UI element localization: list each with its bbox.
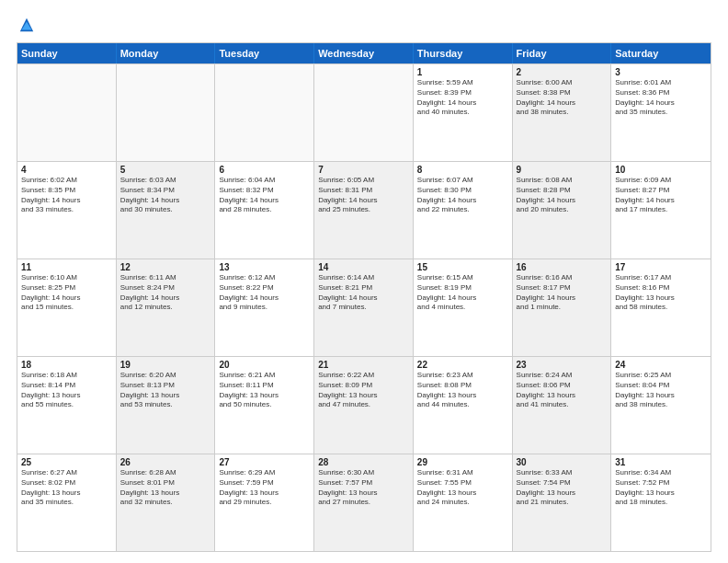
day-number: 1 [417, 67, 508, 77]
calendar-cell [17, 64, 117, 161]
cell-text: Sunrise: 6:21 AM Sunset: 8:11 PM Dayligh… [219, 371, 310, 410]
day-number: 14 [318, 262, 409, 272]
calendar-cell: 5Sunrise: 6:03 AM Sunset: 8:34 PM Daylig… [117, 162, 216, 259]
calendar-body: 1Sunrise: 5:59 AM Sunset: 8:39 PM Daylig… [17, 63, 711, 551]
calendar-cell: 22Sunrise: 6:23 AM Sunset: 8:08 PM Dayli… [414, 357, 513, 454]
cell-text: Sunrise: 6:28 AM Sunset: 8:01 PM Dayligh… [120, 468, 211, 508]
cell-text: Sunrise: 6:29 AM Sunset: 7:59 PM Dayligh… [219, 468, 310, 508]
calendar-cell: 4Sunrise: 6:02 AM Sunset: 8:35 PM Daylig… [17, 162, 117, 259]
day-number: 16 [517, 262, 608, 272]
calendar-cell: 21Sunrise: 6:22 AM Sunset: 8:09 PM Dayli… [314, 357, 414, 454]
day-number: 15 [417, 262, 508, 272]
calendar-cell: 16Sunrise: 6:16 AM Sunset: 8:17 PM Dayli… [513, 259, 612, 356]
calendar-cell [117, 64, 216, 161]
calendar-header-cell: Monday [117, 43, 216, 63]
calendar-row: 25Sunrise: 6:27 AM Sunset: 8:02 PM Dayli… [17, 454, 711, 551]
cell-text: Sunrise: 6:04 AM Sunset: 8:32 PM Dayligh… [219, 176, 310, 215]
calendar-cell: 15Sunrise: 6:15 AM Sunset: 8:19 PM Dayli… [414, 259, 513, 356]
calendar-header: SundayMondayTuesdayWednesdayThursdayFrid… [17, 43, 711, 63]
calendar-cell: 3Sunrise: 6:01 AM Sunset: 8:36 PM Daylig… [611, 64, 711, 161]
calendar-cell: 8Sunrise: 6:07 AM Sunset: 8:30 PM Daylig… [414, 162, 513, 259]
calendar-header-cell: Tuesday [215, 43, 314, 63]
day-number: 23 [517, 360, 608, 370]
day-number: 6 [219, 165, 310, 175]
calendar-cell: 19Sunrise: 6:20 AM Sunset: 8:13 PM Dayli… [117, 357, 216, 454]
cell-text: Sunrise: 6:18 AM Sunset: 8:14 PM Dayligh… [21, 371, 112, 410]
cell-text: Sunrise: 6:27 AM Sunset: 8:02 PM Dayligh… [21, 468, 112, 508]
day-number: 26 [120, 457, 211, 467]
day-number: 12 [120, 262, 211, 272]
logo [17, 17, 35, 33]
day-number: 2 [517, 67, 608, 77]
day-number: 17 [615, 262, 707, 272]
calendar-cell: 20Sunrise: 6:21 AM Sunset: 8:11 PM Dayli… [215, 357, 314, 454]
cell-text: Sunrise: 6:34 AM Sunset: 7:52 PM Dayligh… [615, 468, 707, 508]
day-number: 30 [517, 457, 608, 467]
day-number: 22 [417, 360, 508, 370]
cell-text: Sunrise: 6:33 AM Sunset: 7:54 PM Dayligh… [517, 468, 608, 508]
calendar-row: 18Sunrise: 6:18 AM Sunset: 8:14 PM Dayli… [17, 356, 711, 454]
day-number: 25 [21, 457, 112, 467]
calendar-cell: 10Sunrise: 6:09 AM Sunset: 8:27 PM Dayli… [611, 162, 711, 259]
cell-text: Sunrise: 6:30 AM Sunset: 7:57 PM Dayligh… [318, 468, 409, 508]
calendar-header-cell: Thursday [414, 43, 513, 63]
calendar-row: 11Sunrise: 6:10 AM Sunset: 8:25 PM Dayli… [17, 259, 711, 356]
cell-text: Sunrise: 6:01 AM Sunset: 8:36 PM Dayligh… [615, 78, 707, 118]
calendar-cell: 2Sunrise: 6:00 AM Sunset: 8:38 PM Daylig… [513, 64, 612, 161]
cell-text: Sunrise: 6:03 AM Sunset: 8:34 PM Dayligh… [120, 176, 211, 215]
cell-text: Sunrise: 6:08 AM Sunset: 8:28 PM Dayligh… [517, 176, 608, 215]
calendar-cell: 24Sunrise: 6:25 AM Sunset: 8:04 PM Dayli… [611, 357, 711, 454]
logo-icon [18, 17, 35, 33]
calendar-cell: 17Sunrise: 6:17 AM Sunset: 8:16 PM Dayli… [611, 259, 711, 356]
cell-text: Sunrise: 6:12 AM Sunset: 8:22 PM Dayligh… [219, 273, 310, 313]
calendar-cell: 13Sunrise: 6:12 AM Sunset: 8:22 PM Dayli… [215, 259, 314, 356]
calendar-cell: 26Sunrise: 6:28 AM Sunset: 8:01 PM Dayli… [117, 454, 216, 551]
day-number: 21 [318, 360, 409, 370]
calendar-cell: 11Sunrise: 6:10 AM Sunset: 8:25 PM Dayli… [17, 259, 117, 356]
calendar-cell: 18Sunrise: 6:18 AM Sunset: 8:14 PM Dayli… [17, 357, 117, 454]
calendar-cell [314, 64, 414, 161]
day-number: 31 [615, 457, 707, 467]
cell-text: Sunrise: 6:20 AM Sunset: 8:13 PM Dayligh… [120, 371, 211, 410]
day-number: 4 [21, 165, 112, 175]
calendar-cell: 6Sunrise: 6:04 AM Sunset: 8:32 PM Daylig… [215, 162, 314, 259]
calendar-cell: 29Sunrise: 6:31 AM Sunset: 7:55 PM Dayli… [414, 454, 513, 551]
cell-text: Sunrise: 6:24 AM Sunset: 8:06 PM Dayligh… [517, 371, 608, 410]
calendar-cell: 9Sunrise: 6:08 AM Sunset: 8:28 PM Daylig… [513, 162, 612, 259]
day-number: 29 [417, 457, 508, 467]
day-number: 8 [417, 165, 508, 175]
cell-text: Sunrise: 5:59 AM Sunset: 8:39 PM Dayligh… [417, 78, 508, 118]
cell-text: Sunrise: 6:31 AM Sunset: 7:55 PM Dayligh… [417, 468, 508, 508]
cell-text: Sunrise: 6:16 AM Sunset: 8:17 PM Dayligh… [517, 273, 608, 313]
calendar-cell: 31Sunrise: 6:34 AM Sunset: 7:52 PM Dayli… [611, 454, 711, 551]
calendar-cell [215, 64, 314, 161]
day-number: 18 [21, 360, 112, 370]
day-number: 11 [21, 262, 112, 272]
day-number: 3 [615, 67, 707, 77]
cell-text: Sunrise: 6:09 AM Sunset: 8:27 PM Dayligh… [615, 176, 707, 215]
calendar-cell: 14Sunrise: 6:14 AM Sunset: 8:21 PM Dayli… [314, 259, 414, 356]
day-number: 20 [219, 360, 310, 370]
cell-text: Sunrise: 6:02 AM Sunset: 8:35 PM Dayligh… [21, 176, 112, 215]
calendar-header-cell: Wednesday [314, 43, 414, 63]
cell-text: Sunrise: 6:00 AM Sunset: 8:38 PM Dayligh… [517, 78, 608, 118]
cell-text: Sunrise: 6:17 AM Sunset: 8:16 PM Dayligh… [615, 273, 707, 313]
day-number: 5 [120, 165, 211, 175]
calendar: SundayMondayTuesdayWednesdayThursdayFrid… [17, 42, 711, 552]
calendar-cell: 1Sunrise: 5:59 AM Sunset: 8:39 PM Daylig… [414, 64, 513, 161]
calendar-cell: 27Sunrise: 6:29 AM Sunset: 7:59 PM Dayli… [215, 454, 314, 551]
calendar-header-cell: Saturday [611, 43, 711, 63]
cell-text: Sunrise: 6:10 AM Sunset: 8:25 PM Dayligh… [21, 273, 112, 313]
cell-text: Sunrise: 6:25 AM Sunset: 8:04 PM Dayligh… [615, 371, 707, 410]
cell-text: Sunrise: 6:15 AM Sunset: 8:19 PM Dayligh… [417, 273, 508, 313]
day-number: 10 [615, 165, 707, 175]
calendar-cell: 7Sunrise: 6:05 AM Sunset: 8:31 PM Daylig… [314, 162, 414, 259]
calendar-cell: 12Sunrise: 6:11 AM Sunset: 8:24 PM Dayli… [117, 259, 216, 356]
calendar-header-cell: Friday [513, 43, 612, 63]
calendar-cell: 25Sunrise: 6:27 AM Sunset: 8:02 PM Dayli… [17, 454, 117, 551]
cell-text: Sunrise: 6:11 AM Sunset: 8:24 PM Dayligh… [120, 273, 211, 313]
cell-text: Sunrise: 6:07 AM Sunset: 8:30 PM Dayligh… [417, 176, 508, 215]
day-number: 7 [318, 165, 409, 175]
day-number: 24 [615, 360, 707, 370]
cell-text: Sunrise: 6:22 AM Sunset: 8:09 PM Dayligh… [318, 371, 409, 410]
